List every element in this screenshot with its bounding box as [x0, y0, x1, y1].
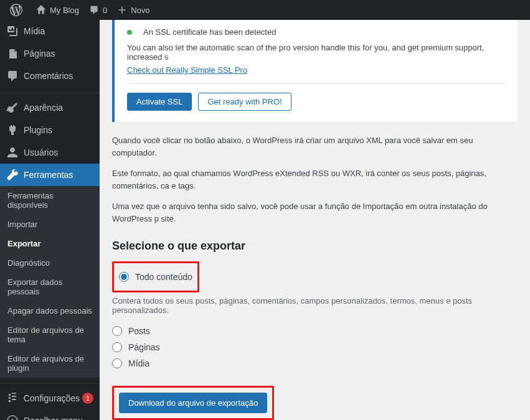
main-content: An SSL certificate has been detected You…	[100, 20, 530, 420]
radio-media[interactable]	[112, 358, 122, 368]
radio-row-pages: Páginas	[112, 342, 518, 352]
submenu-available-tools[interactable]: Ferramentas disponíveis	[0, 186, 100, 215]
sidebar-item-settings[interactable]: Configurações 1	[0, 387, 100, 409]
highlight-all-content: Todo conteúdo	[112, 261, 199, 292]
settings-badge: 1	[82, 393, 93, 404]
sidebar-item-users[interactable]: Usuários	[0, 141, 100, 164]
sidebar-item-plugins[interactable]: Plugins	[0, 119, 100, 141]
sidebar-label: Recolher menu	[24, 416, 83, 420]
new-content[interactable]: Novo	[112, 0, 154, 20]
pro-description: You can also let the automatic scan of t…	[127, 43, 505, 62]
radio-pages[interactable]	[112, 342, 122, 352]
menu-separator	[0, 90, 100, 93]
home-icon	[36, 5, 46, 15]
all-content-help: Conterá todos os seus posts, páginas, co…	[112, 296, 518, 315]
radio-row-all: Todo conteúdo	[119, 272, 192, 282]
radio-media-label[interactable]: Mídia	[128, 358, 149, 368]
sidebar-label: Aparência	[24, 103, 63, 113]
comments-icon	[6, 70, 19, 82]
submenu-import[interactable]: Importar	[0, 215, 100, 234]
activate-ssl-button[interactable]: Activate SSL	[127, 93, 192, 111]
site-title: My Blog	[50, 6, 79, 15]
wordpress-icon	[10, 4, 22, 16]
plugin-icon	[6, 124, 19, 136]
sidebar-item-comments[interactable]: Comentários	[0, 65, 100, 87]
ssl-status-line: An SSL certificate has been detected	[127, 27, 505, 37]
submenu-erase-personal[interactable]: Apagar dados pessoais	[0, 301, 100, 320]
comments-bubble[interactable]: 0	[84, 0, 112, 20]
settings-icon	[6, 392, 19, 404]
sidebar-item-tools[interactable]: Ferramentas	[0, 164, 100, 186]
pro-link[interactable]: Check out Really Simple SSL Pro	[127, 65, 247, 75]
new-label: Novo	[131, 6, 149, 15]
submenu-theme-editor[interactable]: Editor de arquivos de tema	[0, 320, 100, 349]
export-p1: Quando você clicar no botão abaixo, o Wo…	[112, 134, 518, 159]
ssl-notice: An SSL certificate has been detected You…	[112, 20, 518, 122]
radio-all-content[interactable]	[119, 272, 129, 282]
submenu-export[interactable]: Exportar	[0, 234, 100, 253]
ssl-status-text: An SSL certificate has been detected	[143, 27, 276, 37]
users-icon	[6, 146, 19, 159]
comment-icon	[89, 5, 99, 15]
radio-posts-label[interactable]: Posts	[128, 326, 150, 336]
get-pro-button[interactable]: Get ready with PRO!	[198, 93, 291, 111]
highlight-download: Download do arquivo de exportação	[112, 386, 274, 420]
comment-count: 0	[103, 6, 107, 15]
sidebar-label: Plugins	[24, 125, 52, 135]
tools-submenu: Ferramentas disponíveis Importar Exporta…	[0, 186, 100, 378]
notice-button-row: Activate SSL Get ready with PRO!	[127, 93, 505, 111]
radio-row-media: Mídia	[112, 358, 518, 368]
sidebar-item-appearance[interactable]: Aparência	[0, 96, 100, 119]
radio-pages-label[interactable]: Páginas	[128, 342, 160, 352]
download-export-button[interactable]: Download do arquivo de exportação	[119, 393, 267, 413]
wp-logo[interactable]	[5, 0, 31, 20]
admin-sidebar: Mídia Páginas Comentários Aparência Plug…	[0, 20, 100, 420]
sidebar-label: Mídia	[24, 26, 45, 36]
radio-row-posts: Posts	[112, 326, 518, 336]
collapse-icon	[6, 414, 19, 420]
sidebar-label: Comentários	[24, 71, 73, 81]
submenu-plugin-editor[interactable]: Editor de arquivos de plugin	[0, 349, 100, 378]
admin-bar: My Blog 0 Novo	[0, 0, 530, 20]
submenu-diagnostic[interactable]: Diagnóstico	[0, 253, 100, 273]
sidebar-item-collapse[interactable]: Recolher menu	[0, 409, 100, 420]
sidebar-label: Usuários	[24, 147, 58, 157]
wrench-icon	[6, 169, 19, 181]
radio-posts[interactable]	[112, 326, 122, 336]
brush-icon	[6, 101, 19, 114]
status-dot-icon	[127, 30, 132, 35]
media-icon	[6, 25, 19, 37]
site-home[interactable]: My Blog	[31, 0, 84, 20]
export-heading: Selecione o que exportar	[112, 240, 518, 253]
plus-icon	[117, 5, 127, 15]
sidebar-label: Ferramentas	[24, 170, 73, 180]
radio-all-label[interactable]: Todo conteúdo	[135, 272, 192, 282]
notice-divider	[127, 83, 505, 84]
sidebar-label: Páginas	[24, 49, 55, 58]
sidebar-label: Configurações	[24, 393, 80, 403]
page-icon	[6, 47, 19, 60]
sidebar-item-pages[interactable]: Páginas	[0, 42, 100, 65]
export-p3: Uma vez que o arquivo tenha sido salvo, …	[112, 200, 518, 225]
menu-separator	[0, 381, 100, 384]
submenu-export-personal[interactable]: Exportar dados pessoais	[0, 273, 100, 301]
sidebar-item-media[interactable]: Mídia	[0, 20, 100, 42]
export-p2: Este formato, ao qual chamamos WordPress…	[112, 167, 518, 192]
